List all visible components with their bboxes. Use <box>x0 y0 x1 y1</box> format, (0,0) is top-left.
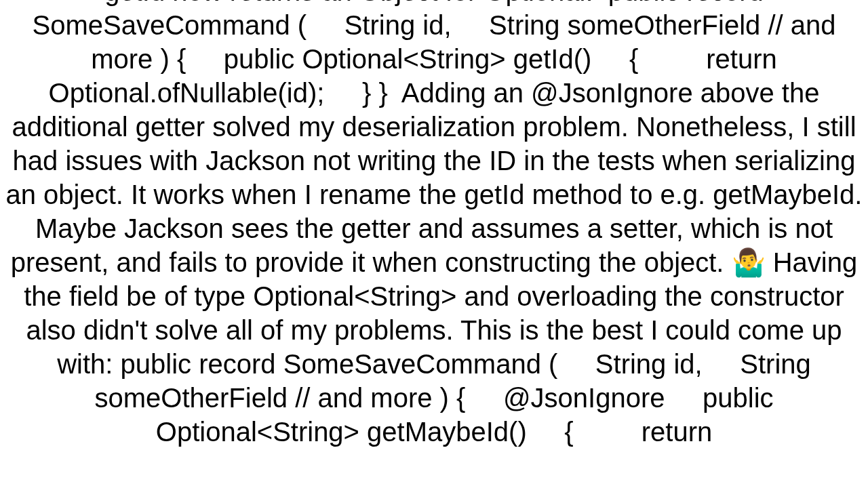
document-viewport: getId now returns an Object for Optional… <box>0 0 868 488</box>
document-body-text: getId now returns an Object for Optional… <box>0 0 868 449</box>
